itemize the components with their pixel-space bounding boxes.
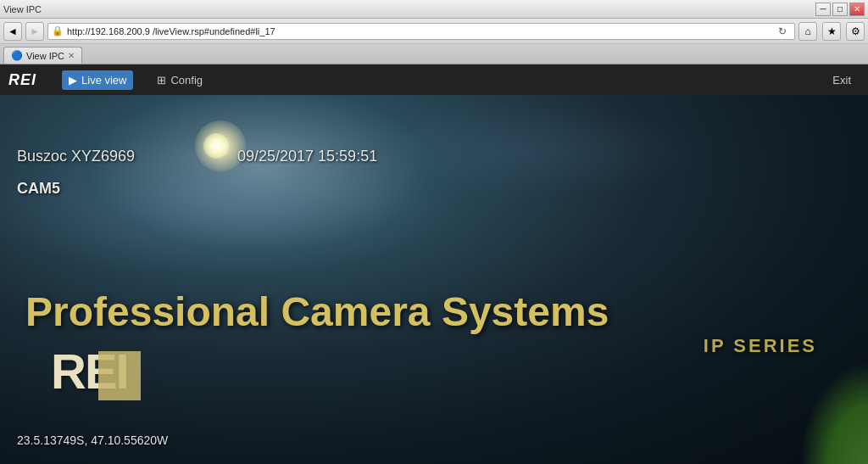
window-title: View IPC: [3, 4, 42, 14]
exit-button[interactable]: Exit: [824, 70, 860, 90]
config-label: Config: [170, 74, 203, 87]
window-titlebar: View IPC ─ □ ✕: [0, 0, 868, 19]
live-view-label: Live view: [81, 74, 126, 87]
browser-bar: ◄ ► 🔒 http://192.168.200.9 /liveView.rsp…: [0, 19, 868, 44]
home-button[interactable]: ⌂: [798, 22, 817, 41]
favorites-button[interactable]: ★: [822, 22, 841, 41]
live-view-icon: ▶: [69, 74, 77, 87]
light-flare-core: [203, 133, 229, 159]
osd-device-name: Buszoc XYZ6969: [17, 148, 135, 165]
close-button[interactable]: ✕: [849, 3, 865, 16]
forward-button[interactable]: ►: [25, 22, 44, 41]
tab-label: View IPC: [26, 51, 64, 61]
osd-datetime: 09/25/2017 15:59:51: [237, 148, 377, 165]
app-toolbar: REI ▶ Live view ⊞ Config Exit: [0, 64, 868, 95]
address-text: http://192.168.200.9 /liveView.rsp#undef…: [67, 26, 774, 36]
back-button[interactable]: ◄: [3, 22, 22, 41]
tab-bar: 🔵 View IPC ✕: [0, 44, 868, 64]
ssl-icon: 🔒: [52, 25, 64, 36]
live-view-button[interactable]: ▶ Live view: [62, 70, 133, 90]
config-icon: ⊞: [157, 74, 166, 87]
camera-view: Professional Camera Systems IP SERIES RE…: [0, 95, 868, 464]
config-button[interactable]: ⊞ Config: [150, 70, 209, 90]
window-controls: ─ □ ✕: [815, 3, 865, 16]
osd-channel: CAM5: [17, 180, 60, 198]
watermark-main-text: Professional Camera Systems: [25, 290, 851, 335]
watermark-container: Professional Camera Systems IP SERIES: [25, 290, 851, 357]
osd-gps: 23.5.13749S, 47.10.55620W: [17, 433, 168, 447]
app-logo: REI: [8, 71, 36, 89]
rei-logo-box: [98, 351, 141, 400]
view-ipc-tab[interactable]: 🔵 View IPC ✕: [3, 47, 82, 64]
tools-button[interactable]: ⚙: [846, 22, 865, 41]
restore-button[interactable]: □: [832, 3, 848, 16]
refresh-button[interactable]: ↻: [774, 23, 791, 40]
minimize-button[interactable]: ─: [815, 3, 831, 16]
watermark-sub-text: IP SERIES: [25, 335, 851, 357]
rei-logo-overlay: REI: [51, 347, 128, 396]
vegetation-overlay: [800, 362, 868, 464]
tab-close-button[interactable]: ✕: [68, 51, 75, 60]
address-bar[interactable]: 🔒 http://192.168.200.9 /liveView.rsp#und…: [47, 23, 795, 40]
tab-favicon: 🔵: [11, 50, 23, 61]
